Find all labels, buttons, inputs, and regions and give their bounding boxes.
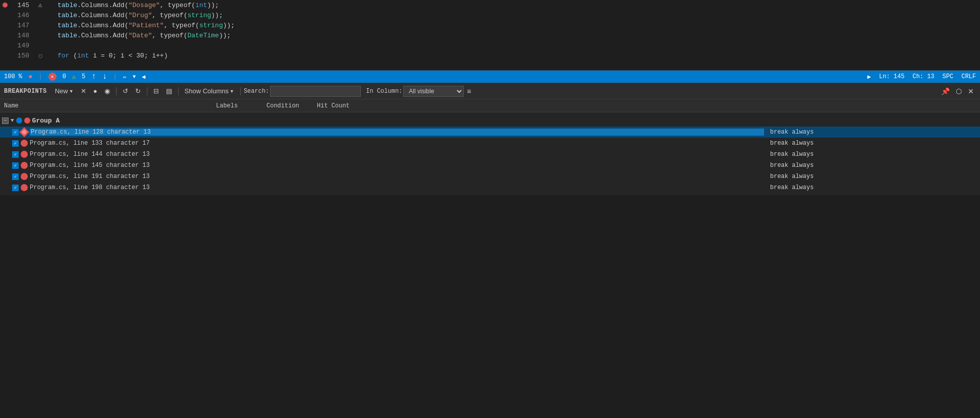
line-number-149: 149 (10, 42, 35, 49)
code-editor: 145 ⚠ table.Columns.Add("Dosage", typeof… (0, 0, 980, 71)
edit-icon[interactable]: ✏ (123, 73, 127, 81)
new-dropdown-arrow: ▼ (69, 89, 74, 94)
pin-button[interactable]: 📌 (939, 86, 952, 96)
group-label: Group A (32, 117, 60, 125)
delete-button[interactable]: ✕ (78, 86, 89, 96)
code-content-146: table.Columns.Add("Drug", typeof(string)… (56, 12, 980, 19)
in-column-select[interactable]: All visible (403, 86, 464, 97)
bp-checkbox-3[interactable] (12, 151, 19, 158)
bp-condition-6: break always (766, 184, 978, 191)
nav-back-icon[interactable]: ◀ (142, 73, 145, 81)
enable-all-button[interactable]: ● (90, 86, 100, 96)
table-row[interactable]: Program.cs, line 144 character 13 break … (0, 149, 980, 160)
sort-button[interactable]: ⊟ (150, 86, 162, 96)
table-row[interactable]: Program.cs, line 191 character 13 break … (0, 171, 980, 182)
code-content-150: for (int i = 0; i < 30; i++) (56, 52, 980, 59)
col-header-condition[interactable]: Condition (266, 102, 317, 109)
line-ending-indicator: CRLF (961, 73, 976, 81)
line-number-147: 147 (10, 22, 35, 29)
bp-icon-red-5 (21, 173, 28, 180)
nav-up[interactable]: ↑ (91, 72, 96, 81)
bp-condition-1: break always (766, 129, 978, 136)
bp-name-6: Program.cs, line 198 character 13 (30, 184, 764, 191)
search-label: Search: (244, 88, 269, 95)
list-icon-button[interactable]: ≡ (465, 86, 473, 96)
col-header-hitcount[interactable]: Hit Count (317, 102, 367, 109)
bp-condition-5: break always (766, 173, 978, 180)
new-button[interactable]: New ▼ (52, 86, 77, 96)
col-header-labels[interactable]: Labels (216, 102, 266, 109)
right-arrow-icon: ▶ (867, 73, 871, 81)
expand-button[interactable]: ⬡ (954, 86, 964, 96)
bp-checkbox-4[interactable] (12, 162, 19, 169)
warning-count: 5 (82, 73, 85, 80)
bp-condition-3: break always (766, 151, 978, 158)
breakpoint-dot-145 (3, 3, 8, 8)
bp-icon-red-3 (21, 151, 28, 158)
group-checkbox[interactable] (2, 117, 9, 124)
code-content-148: table.Columns.Add("Date", typeof(DateTim… (56, 32, 980, 39)
refresh-icon: ↺ (123, 87, 128, 95)
show-columns-button[interactable]: Show Columns ▼ (182, 86, 237, 96)
show-columns-dropdown-arrow: ▼ (230, 89, 234, 94)
table-row[interactable]: Program.cs, line 145 character 13 break … (0, 160, 980, 171)
redo-button[interactable]: ↻ (132, 86, 144, 96)
chevron-down-icon[interactable]: ▼ (133, 74, 136, 80)
line-number-146: 146 (10, 12, 35, 19)
fold-icon-150: ▢ (35, 52, 45, 59)
bp-checkbox-2[interactable] (12, 140, 19, 147)
encoding-indicator: SPC (943, 73, 954, 81)
breakpoints-list: ▼ Group A Program.cs, line 128 character… (0, 112, 980, 195)
refresh-button[interactable]: ↺ (120, 86, 131, 96)
table-row[interactable]: Program.cs, line 133 character 17 break … (0, 138, 980, 149)
column-headers: Name Labels Condition Hit Count (0, 99, 980, 112)
redo-icon: ↻ (135, 87, 141, 95)
line-number-150: 150 (10, 52, 35, 59)
bp-name-4: Program.cs, line 145 character 13 (30, 162, 764, 169)
group-row-a[interactable]: ▼ Group A (0, 114, 980, 127)
separator-3 (178, 87, 179, 95)
warning-icon-145: ⚠ (35, 1, 45, 9)
list-icon: ≡ (467, 87, 471, 95)
separator-1 (116, 87, 117, 95)
bp-checkbox-6[interactable] (12, 185, 19, 191)
zoom-level[interactable]: 100 % (4, 73, 22, 80)
line-indicator: Ln: 145 (879, 73, 904, 81)
disable-icon: ◉ (104, 87, 110, 95)
table-row[interactable]: Program.cs, line 128 character 13 break … (0, 127, 980, 138)
group-dot-red-icon (24, 117, 30, 124)
bp-checkbox-1[interactable] (12, 129, 19, 136)
status-bar: 100 % ● | ✕ 0 ⚠ 5 ↑ ↓ | ✏ ▼ ◀ ▶ Ln: 145 … (0, 71, 980, 83)
bp-checkbox-5[interactable] (12, 173, 19, 180)
nav-down[interactable]: ↓ (102, 72, 107, 81)
line-number-145: 145 (10, 2, 35, 9)
breakpoints-panel: Breakpoints New ▼ ✕ ● ◉ ↺ ↻ (0, 83, 980, 195)
bp-condition-2: break always (766, 140, 978, 147)
sort-icon: ⊟ (153, 87, 159, 95)
toolbar-right: 📌 ⬡ ✕ (939, 86, 976, 96)
warning-icon: ⚠ (72, 73, 76, 81)
search-input[interactable] (270, 86, 361, 97)
separator-4 (240, 87, 241, 95)
col-header-name[interactable]: Name (4, 102, 216, 109)
code-line-148: 148 table.Columns.Add("Date", typeof(Dat… (0, 30, 980, 40)
bp-icon-red-2 (21, 140, 28, 147)
separator-2 (147, 87, 147, 95)
filter-button[interactable]: ▤ (163, 86, 175, 96)
error-indicator: ✕ (48, 73, 57, 81)
code-line-149: 149 (0, 40, 980, 50)
code-line-146: 146 table.Columns.Add("Drug", typeof(str… (0, 10, 980, 20)
bp-name-5: Program.cs, line 191 character 13 (30, 173, 764, 180)
bp-name-3: Program.cs, line 144 character 13 (30, 151, 764, 158)
bp-icon-red-6 (21, 184, 28, 191)
panel-toolbar: Breakpoints New ▼ ✕ ● ◉ ↺ ↻ (0, 83, 980, 99)
code-line-145: 145 ⚠ table.Columns.Add("Dosage", typeof… (0, 0, 980, 10)
in-column-label: In Column: (366, 88, 402, 95)
close-panel-button[interactable]: ✕ (966, 86, 976, 96)
breakpoint-gutter-145[interactable] (0, 3, 10, 8)
disable-all-button[interactable]: ◉ (101, 86, 113, 96)
group-collapse-icon[interactable]: ▼ (11, 117, 14, 124)
char-indicator: Ch: 13 (912, 73, 934, 81)
table-row[interactable]: Program.cs, line 198 character 13 break … (0, 182, 980, 193)
enable-icon: ● (93, 87, 97, 95)
